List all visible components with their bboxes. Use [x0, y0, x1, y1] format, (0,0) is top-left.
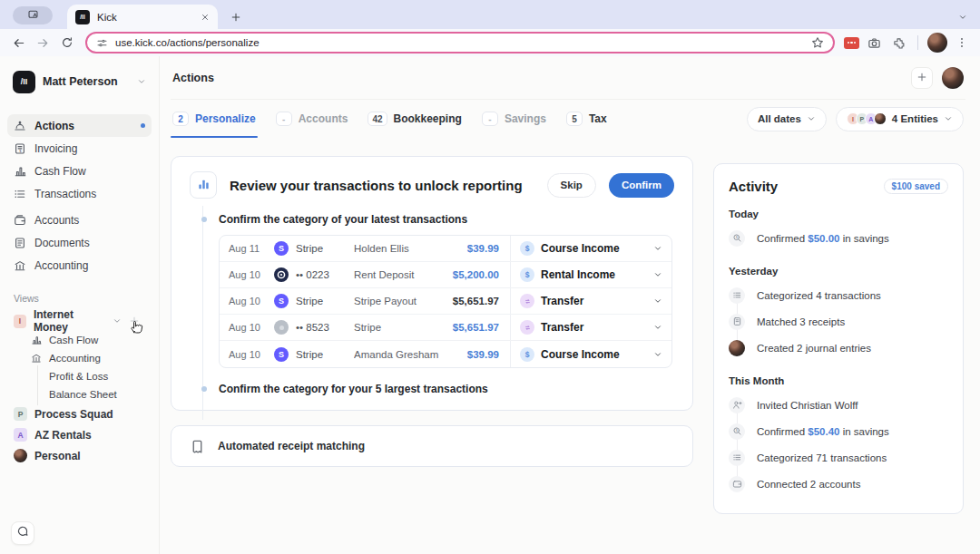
date-filter-dropdown[interactable]: All dates [747, 107, 827, 131]
confirm-button[interactable]: Confirm [609, 173, 674, 198]
tab-accounts[interactable]: -Accounts [276, 100, 348, 138]
category-dropdown[interactable]: $Course Income [510, 341, 671, 367]
view-subitem-balance-sheet[interactable]: Balance Sheet [7, 385, 152, 403]
view-item-label: Internet Money [34, 308, 105, 334]
transaction-account: Stripe [296, 296, 347, 306]
accounts-icon [14, 214, 26, 227]
cashflow-icon [31, 335, 42, 345]
tab-personalize[interactable]: 2Personalize [172, 100, 256, 138]
workspace-name: Matt Peterson [43, 75, 130, 88]
category-dropdown[interactable]: $Course Income [510, 236, 671, 261]
entity-avatar [874, 112, 887, 125]
browser-menu-icon[interactable] [953, 36, 971, 49]
entities-filter-dropdown[interactable]: IPA 4 Entities [836, 107, 964, 131]
view-chevron-icon [113, 316, 122, 326]
category-dropdown[interactable]: Transfer [510, 315, 671, 340]
step-dot [201, 386, 207, 392]
forward-button[interactable] [34, 36, 53, 50]
address-bar[interactable]: use.kick.co/actions/personalize [85, 32, 835, 53]
browser-profile-avatar[interactable] [927, 33, 947, 53]
tab-savings[interactable]: -Savings [482, 100, 546, 138]
transactions-icon [14, 188, 26, 200]
activity-item: Categorized 4 transactions [729, 282, 948, 308]
transaction-date: Aug 10 [229, 349, 267, 360]
views-label: Views [7, 293, 152, 304]
sidebar-item-transactions[interactable]: Transactions [7, 182, 152, 205]
activity-item-text: Matched 3 receipts [757, 316, 845, 327]
add-button[interactable] [911, 67, 933, 89]
savings-icon: $ [729, 230, 745, 247]
sidebar-item-label: Actions [34, 120, 74, 132]
extensions-icon[interactable] [889, 36, 908, 50]
sidebar-item-documents[interactable]: Documents [7, 231, 152, 254]
receipt-matching-card[interactable]: Automated receipt matching [171, 425, 693, 467]
view-item-az-rentals[interactable]: AAZ Rentals [7, 424, 152, 445]
url-text[interactable]: use.kick.co/actions/personalize [115, 37, 804, 48]
recording-extension-icon[interactable] [844, 37, 859, 49]
transaction-cell: Aug 10SStripeStripe Payout$5,651.97 [220, 294, 510, 308]
bookmark-star-icon[interactable] [811, 36, 824, 49]
tab-tax[interactable]: 5Tax [566, 100, 607, 138]
transaction-amount: $5,651.97 [453, 296, 499, 306]
new-tab-button[interactable] [230, 12, 241, 23]
site-info-icon[interactable] [96, 37, 108, 49]
sidebar-item-actions[interactable]: Actions [7, 114, 152, 137]
dollar-circle-icon: $ [520, 267, 534, 282]
camera-extension-icon[interactable] [865, 36, 884, 50]
transactions-table: Aug 11SStripeHolden Ellis$39.99$Course I… [219, 235, 672, 368]
user-avatar[interactable] [942, 67, 964, 89]
review-card-title: Review your transactions to unlock repor… [230, 178, 534, 193]
category-label: Course Income [541, 242, 647, 255]
tab-close-icon[interactable] [201, 13, 210, 22]
toolbar-divider [917, 35, 918, 50]
workspace-chevron-icon[interactable] [137, 77, 146, 86]
entity-badge: I [14, 315, 26, 328]
view-subitem-label: Profit & Loss [49, 371, 108, 382]
entity-badge: A [14, 428, 27, 442]
view-item-process-squad[interactable]: PProcess Squad [7, 403, 152, 424]
chevron-down-icon [653, 244, 662, 253]
view-subitem-accounting[interactable]: Accounting [7, 349, 152, 367]
tab-count-badge: 5 [566, 112, 583, 126]
view-item-personal[interactable]: Personal [7, 445, 152, 466]
activity-item: Created 2 journal entries [729, 335, 948, 361]
activity-item-text: Connected 2 accounts [757, 479, 860, 490]
view-item-label: AZ Rentals [34, 429, 92, 442]
view-subitem-profit-loss[interactable]: Profit & Loss [7, 367, 152, 385]
view-item-label: Personal [34, 450, 81, 462]
back-button[interactable] [9, 36, 28, 50]
chevron-down-icon [653, 270, 662, 279]
browser-tab-kick[interactable]: /II Kick [67, 5, 218, 29]
skip-button[interactable]: Skip [547, 173, 596, 198]
category-dropdown[interactable]: $Rental Income [510, 262, 671, 287]
reload-button[interactable] [58, 36, 76, 49]
tab-title: Kick [97, 12, 193, 23]
category-label: Transfer [541, 321, 647, 334]
category-dropdown[interactable]: Transfer [510, 288, 671, 314]
activity-title: Activity [729, 179, 884, 194]
sidebar-nav: Actions$InvoicingCash FlowTransactionsAc… [7, 114, 152, 277]
transfer-circle-icon [520, 294, 534, 308]
tab-search-button[interactable] [13, 6, 53, 24]
entity-photo-avatar [14, 449, 27, 462]
sidebar-item-invoicing[interactable]: $Invoicing [7, 137, 152, 160]
active-indicator-dot [141, 123, 145, 128]
category-label: Transfer [541, 295, 647, 307]
chat-bubble-icon [16, 525, 29, 541]
workspace-switcher[interactable]: /II Matt Peterson [7, 69, 152, 94]
sidebar-item-accounts[interactable]: Accounts [7, 209, 152, 231]
accounting-icon [31, 353, 42, 364]
activity-section-label: Yesterday [729, 266, 948, 277]
plus-icon [916, 70, 927, 86]
tab-count-badge: - [276, 112, 292, 126]
transaction-amount: $5,651.97 [453, 322, 499, 333]
tab-list-chevron-icon[interactable] [958, 13, 967, 22]
invite-icon [729, 397, 745, 413]
activity-feed: Today$Confirmed $50.00 in savingsYesterd… [729, 209, 948, 497]
sidebar-item-accounting[interactable]: Accounting [7, 254, 152, 277]
chat-button[interactable] [11, 521, 34, 545]
tab-bookkeeping[interactable]: 42Bookkeeping [368, 100, 461, 138]
sidebar-item-cash-flow[interactable]: Cash Flow [7, 160, 152, 182]
tab-count-badge: - [482, 112, 498, 126]
list-icon [729, 287, 745, 304]
